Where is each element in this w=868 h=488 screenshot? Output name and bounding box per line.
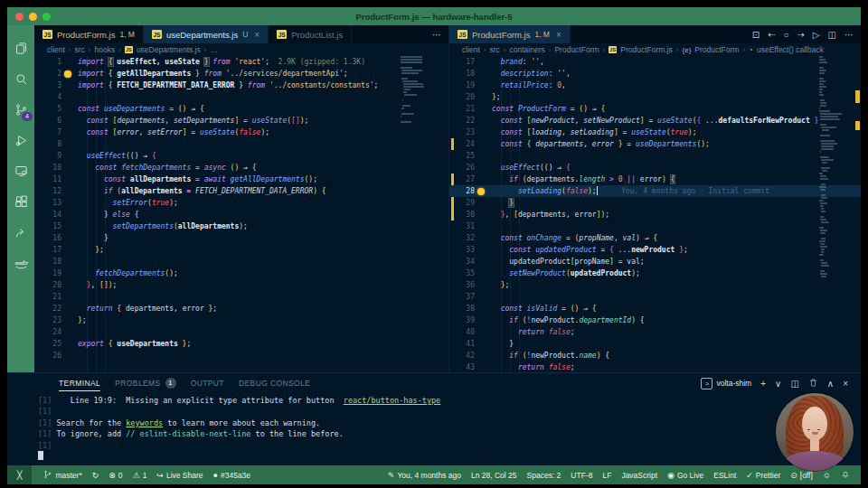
- breadcrumb-item[interactable]: hooks: [95, 45, 116, 54]
- breadcrumb-item[interactable]: containers: [510, 45, 545, 54]
- errors-count[interactable]: ⊗0: [108, 471, 122, 480]
- kill-terminal-icon[interactable]: [808, 378, 818, 389]
- live-share-icon[interactable]: [7, 217, 34, 248]
- breadcrumb-item[interactable]: client: [462, 45, 480, 54]
- line-number: 20: [449, 91, 475, 103]
- tab-ProductForm.js[interactable]: JSProductForm.js1, M: [34, 25, 144, 43]
- source-control-icon[interactable]: 4: [7, 94, 34, 125]
- git-branch-label: master*: [55, 471, 81, 480]
- breadcrumb-item[interactable]: …: [210, 45, 218, 54]
- panel-tab-output[interactable]: OUTPUT: [191, 376, 224, 390]
- breadcrumb-left[interactable]: client›src›hooks›JSuseDepartments.js›…: [34, 43, 448, 56]
- terminal-output[interactable]: [1] Line 19:9: Missing an explicit type …: [38, 395, 861, 465]
- explorer-icon[interactable]: [7, 33, 34, 63]
- terminal-line: [38, 451, 861, 462]
- split-terminal-icon[interactable]: ◫: [790, 379, 798, 389]
- panel-tab-terminal[interactable]: TERMINAL: [59, 376, 100, 391]
- warnings-count[interactable]: ⚠1: [133, 471, 147, 480]
- breadcrumb-item[interactable]: ProductForm.js: [620, 45, 673, 54]
- encoding[interactable]: UTF-8: [571, 471, 592, 480]
- breadcrumb-item[interactable]: src: [490, 45, 500, 54]
- new-terminal-icon[interactable]: +: [760, 379, 766, 389]
- line-number: 26: [34, 350, 61, 361]
- eol[interactable]: LF: [602, 471, 611, 480]
- terminal-actions[interactable]: > volta-shim +∨◫∧×: [701, 378, 861, 389]
- more-actions-icon[interactable]: ⋯: [844, 30, 854, 40]
- vscode-window: ProductForm.js — hardware-handler-5 4: [7, 7, 861, 484]
- extensions-icon[interactable]: [7, 186, 34, 217]
- code-line-23: 23 const [loading, setLoading] = useStat…: [449, 127, 861, 138]
- docker-icon[interactable]: [7, 248, 34, 278]
- minimap-left[interactable]: [401, 56, 424, 127]
- eslint-rule-link[interactable]: keywords: [126, 418, 163, 427]
- line-number: 24: [34, 326, 61, 338]
- indentation[interactable]: Spaces: 2: [527, 471, 561, 480]
- code-editor-useDepartments[interactable]: 1import { useEffect, useState } from 're…: [34, 56, 448, 372]
- line-number: 25: [34, 338, 61, 350]
- line-number: 36: [449, 279, 475, 291]
- close-tab-icon[interactable]: ×: [254, 30, 259, 40]
- eslint-rule-link[interactable]: react/button-has-type: [344, 396, 440, 405]
- code-line-1: 1import { useEffect, useState } from 're…: [34, 56, 448, 68]
- tab-ProductList.js[interactable]: JSProductList.js: [269, 25, 352, 43]
- more-actions-icon[interactable]: ⋯: [432, 30, 441, 40]
- code-line-38: 38 const isValid = () ⇒ {: [449, 303, 861, 314]
- text-cursor: [597, 186, 599, 195]
- peacock-color-label: #345a3e: [221, 471, 250, 480]
- breadcrumb-item[interactable]: src: [75, 45, 85, 54]
- notifications-bell[interactable]: [841, 470, 850, 481]
- blame-annotation[interactable]: ✎You, 4 months ago: [388, 471, 461, 480]
- line-number: 24: [449, 138, 475, 150]
- close-panel-icon[interactable]: ×: [843, 379, 848, 389]
- highlight-toggle[interactable]: ⊙[off]: [790, 471, 813, 480]
- code-text: if (departments.length > 0 || error) {: [492, 174, 819, 185]
- next-change-icon[interactable]: ⇢: [797, 30, 804, 40]
- lightbulb-icon[interactable]: [64, 70, 71, 78]
- breadcrumb-item[interactable]: useEffect() callback: [757, 45, 824, 54]
- panel-tabs[interactable]: TERMINALPROBLEMS1OUTPUTDEBUG CONSOLE: [59, 375, 310, 391]
- breadcrumb-item[interactable]: ProductForm: [554, 45, 599, 54]
- minimap-right[interactable]: [819, 56, 851, 281]
- tab-useDepartments.js[interactable]: JSuseDepartments.jsU×: [144, 25, 269, 43]
- prettier[interactable]: ✓Prettier: [746, 471, 780, 480]
- remote-indicator[interactable]: ╳: [7, 465, 32, 484]
- code-text: import { FETCH_DEPARTMENT_DATA_ERROR } f…: [78, 80, 400, 91]
- go-live[interactable]: ◉Go Live: [667, 471, 703, 480]
- sync-icon[interactable]: ↻: [92, 471, 99, 480]
- feedback[interactable]: ☺: [823, 471, 831, 480]
- problems-badge: 1: [165, 378, 176, 389]
- current-change-icon[interactable]: ○: [783, 30, 788, 40]
- breadcrumb-right[interactable]: client›src›containers›ProductForm›JSProd…: [449, 43, 861, 56]
- terminal-picker-icon[interactable]: ∨: [775, 379, 781, 389]
- run-file-icon[interactable]: ▷: [813, 30, 820, 40]
- breadcrumb-item[interactable]: useDepartments.js: [137, 45, 201, 54]
- tab-ProductForm.js[interactable]: JSProductForm.js1, M×: [449, 25, 571, 43]
- tab-label: ProductList.js: [291, 30, 343, 40]
- maximize-panel-icon[interactable]: ∧: [827, 379, 834, 389]
- code-text: import { useEffect, useState } from 'rea…: [78, 56, 400, 68]
- close-tab-icon[interactable]: ×: [556, 30, 561, 40]
- code-line-43: 43 return false;: [449, 361, 861, 372]
- breadcrumb-separator: ›: [69, 46, 71, 54]
- panel-tab-debug-console[interactable]: DEBUG CONSOLE: [239, 376, 310, 390]
- previous-change-icon[interactable]: ⇠: [768, 30, 775, 40]
- split-editor-icon[interactable]: ◫: [828, 30, 836, 40]
- breadcrumb-item[interactable]: ProductForm: [694, 45, 739, 54]
- git-branch[interactable]: master*: [43, 470, 81, 481]
- code-text: brand: '',: [492, 56, 819, 68]
- code-editor-ProductForm[interactable]: 17 brand: '',18 description: '',19 retai…: [449, 56, 861, 372]
- run-debug-icon[interactable]: [7, 125, 34, 155]
- language-mode[interactable]: JavaScript: [621, 471, 657, 480]
- peacock-color[interactable]: ●#345a3e: [213, 471, 251, 480]
- cursor-position[interactable]: Ln 28, Col 25: [471, 471, 517, 480]
- eslint[interactable]: ESLint: [713, 471, 736, 480]
- shell-indicator[interactable]: > volta-shim: [701, 378, 751, 389]
- lightbulb-icon[interactable]: [477, 188, 485, 195]
- live-share[interactable]: ↪Live Share: [156, 471, 203, 480]
- search-icon[interactable]: [7, 63, 34, 94]
- code-line-25: 25: [449, 150, 861, 162]
- panel-tab-problems[interactable]: PROBLEMS1: [115, 375, 175, 391]
- compare-changes-icon[interactable]: ⊡: [752, 30, 760, 40]
- breadcrumb-item[interactable]: client: [47, 45, 65, 54]
- remote-explorer-icon[interactable]: [7, 155, 34, 186]
